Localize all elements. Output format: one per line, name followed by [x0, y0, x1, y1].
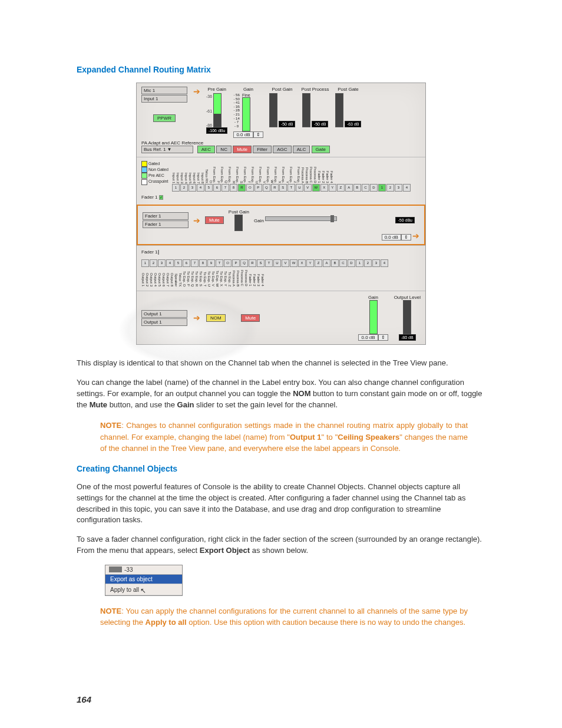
menu-export-as-object[interactable]: Export as object [105, 575, 182, 584]
matrix-cell[interactable]: 2 [180, 184, 188, 192]
matrix-cell[interactable]: 1 [378, 184, 386, 192]
matrix-cell[interactable]: O [246, 184, 254, 192]
fine-meter[interactable] [242, 97, 250, 131]
output-mute-button[interactable]: Mute [241, 314, 260, 322]
matrix-cell[interactable]: 8 [199, 259, 207, 267]
matrix-cell[interactable]: 2 [150, 259, 157, 267]
gain-spinner-arrows[interactable]: ⇕ [253, 131, 263, 138]
matrix-cell[interactable]: 3 [158, 259, 166, 267]
matrix-cell[interactable]: 1 [172, 184, 180, 192]
matrix-cell[interactable]: 8 [230, 184, 237, 192]
agc-button[interactable]: AGC [273, 146, 291, 153]
fader-name1[interactable]: Fader 1 [143, 212, 189, 220]
mic-label[interactable]: Mic 1 [141, 87, 187, 94]
matrix-cell[interactable]: W [290, 259, 297, 267]
postprocess-meter [302, 93, 310, 127]
matrix-cell[interactable]: 2 [364, 259, 372, 267]
output-name2[interactable]: Output 1 [141, 318, 187, 326]
matrix-cell[interactable]: 7 [191, 259, 199, 267]
matrix-cell[interactable]: 6 [213, 184, 221, 192]
matrix-cell[interactable]: 1 [141, 259, 149, 267]
matrix-cell[interactable]: D [348, 259, 355, 267]
filter-button[interactable]: Filter [253, 146, 272, 153]
matrix-cell[interactable]: 4 [197, 184, 204, 192]
matrix-cell[interactable]: X [320, 184, 328, 192]
matrix-cell[interactable]: 1 [356, 259, 363, 267]
alc-button[interactable]: ALC [293, 146, 310, 153]
nom-button[interactable]: NOM [206, 314, 226, 322]
mute-button[interactable]: Mute [233, 146, 252, 153]
matrix-cell[interactable]: U [296, 184, 303, 192]
matrix-cell[interactable]: U [273, 259, 281, 267]
matrix-cell[interactable]: 2 [386, 184, 394, 192]
para-export-object: To save a fader channel configuration, r… [77, 534, 485, 556]
matrix-cell[interactable]: T [216, 259, 223, 267]
matrix-cell[interactable]: 4 [403, 184, 411, 192]
gain-slider[interactable] [265, 216, 337, 221]
matrix-cell[interactable]: Z [337, 184, 345, 192]
matrix-cell[interactable]: T [265, 259, 273, 267]
matrix-cell[interactable]: 4 [166, 259, 174, 267]
matrix-cell[interactable]: P [254, 184, 262, 192]
matrix-cell[interactable]: 3 [395, 184, 402, 192]
matrix-cell[interactable]: D [370, 184, 378, 192]
input-label[interactable]: Input 1 [141, 95, 187, 103]
matrix-cell[interactable]: T [287, 184, 295, 192]
matrix-cell[interactable]: 7 [222, 184, 229, 192]
output-gain-label: Gain [358, 295, 388, 300]
matrix-cell[interactable]: Q [263, 184, 270, 192]
matrix-cell[interactable]: V [304, 184, 312, 192]
matrix-cell[interactable]: B [353, 184, 361, 192]
matrix-cell[interactable]: 3 [189, 184, 196, 192]
fader-row-checkbox[interactable]: ✓ [159, 195, 163, 200]
matrix-col-label: Input 7 [197, 164, 200, 183]
matrix-cell[interactable]: C [362, 184, 369, 192]
output-gain-spinner[interactable]: 0.0 dB [358, 334, 378, 341]
matrix-cell[interactable]: 6 [183, 259, 190, 267]
nc-button[interactable]: NC [216, 146, 232, 153]
matrix-cell[interactable]: R [238, 184, 246, 192]
ppwr-button[interactable]: PPWR [153, 114, 176, 122]
matrix-cell[interactable]: 9 [207, 259, 215, 267]
matrix-cell[interactable]: V [282, 259, 289, 267]
gate-button[interactable]: Gate [312, 146, 330, 153]
matrix-cell[interactable]: A [345, 184, 353, 192]
matrix-col-label: Input 1 [172, 164, 176, 183]
matrix-cell[interactable]: Q [240, 259, 248, 267]
aec-button[interactable]: AEC [197, 146, 215, 153]
arrow-icon: ➔ [193, 87, 200, 96]
matrix-cell[interactable]: O [224, 259, 232, 267]
matrix-cell[interactable]: Z [315, 259, 322, 267]
matrix-cell[interactable]: S [257, 259, 265, 267]
matrix-cell[interactable]: S [279, 184, 287, 192]
output-gain-meter[interactable] [369, 300, 378, 334]
matrix-col-label: Fader 4 [330, 164, 333, 183]
matrix-cell[interactable]: 3 [372, 259, 380, 267]
matrix-cell[interactable]: Y [329, 184, 336, 192]
matrix-cell[interactable]: Y [306, 259, 314, 267]
output-spinner-arrows[interactable]: ⇕ [378, 334, 388, 341]
menu-apply-to-all[interactable]: Apply to all↖ [105, 584, 182, 595]
matrix-cell[interactable]: 5 [205, 184, 213, 192]
fader-gain-spinner[interactable]: 0.0 dB [382, 234, 401, 241]
matrix2-row-checkbox[interactable] [158, 250, 159, 255]
matrix-cell[interactable]: R [249, 259, 256, 267]
matrix-cell[interactable]: X [298, 259, 306, 267]
matrix-cell[interactable]: 4 [381, 259, 388, 267]
matrix-cell[interactable]: 5 [174, 259, 182, 267]
output-panel: Output 1 Output 1 ➔ NOM Mute Gain 0.0 dB… [137, 291, 425, 344]
matrix-cell[interactable]: R [271, 184, 279, 192]
matrix-cell[interactable]: B [331, 259, 339, 267]
aec-ref-select[interactable]: Bus Ref. 1 ▼ [141, 146, 193, 153]
matrix-cell[interactable]: C [339, 259, 347, 267]
matrix-cell[interactable]: W [312, 184, 320, 192]
gain-spinner[interactable]: 0.0 dB [233, 131, 253, 138]
matrix-cell[interactable]: P [232, 259, 240, 267]
fader-mute-button[interactable]: Mute [205, 216, 224, 224]
heading-expanded-matrix: Expanded Channel Routing Matrix [77, 65, 485, 74]
output-name1[interactable]: Output 1 [141, 310, 187, 318]
fader-name2[interactable]: Fader 1 [143, 220, 189, 228]
matrix-cell[interactable]: A [323, 259, 330, 267]
legend-crosspoint: Crosspoint [148, 179, 168, 183]
fader-spinner-arrows[interactable]: ⇕ [401, 234, 411, 241]
